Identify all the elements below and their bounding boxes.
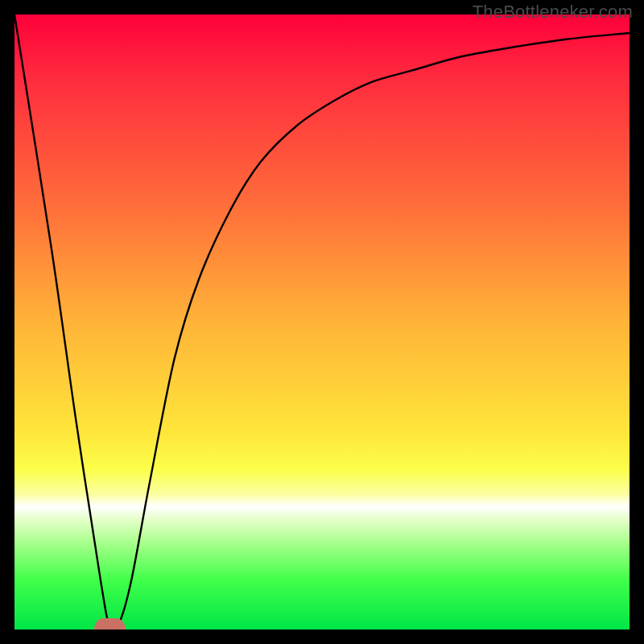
- bottleneck-curve: [14, 14, 630, 630]
- watermark-text: TheBottleneker.com: [473, 2, 633, 23]
- chart-frame: TheBottleneker.com: [0, 0, 644, 644]
- curve-minimum-marker: [94, 618, 126, 630]
- plot-area: [14, 14, 630, 630]
- curve-layer: [14, 14, 630, 630]
